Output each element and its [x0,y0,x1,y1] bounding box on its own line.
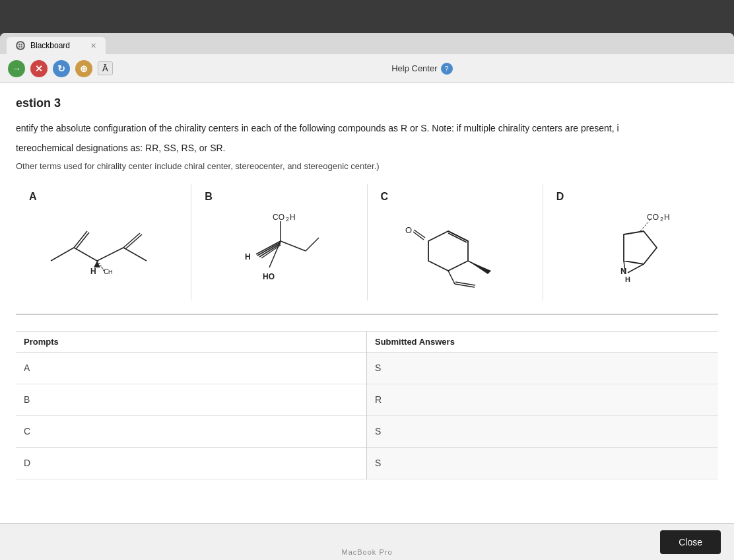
prompt-label-a: A [24,363,30,373]
svg-text:O: O [405,225,412,235]
svg-text:H: H [245,252,251,262]
back-button[interactable]: → [8,60,25,77]
molecule-d-svg: CO 2 H N H [556,208,705,294]
svg-line-28 [281,241,306,251]
molecule-a-label: A [29,191,37,203]
svg-line-10 [123,233,140,248]
molecule-b-box: B CO 2 H [191,184,367,300]
svg-text:2: 2 [286,216,289,223]
svg-line-37 [448,271,455,284]
refresh-button[interactable]: ↻ [53,60,70,77]
answer-value-c: S [375,426,381,437]
svg-text:CO: CO [647,213,659,222]
prompt-row-d: D [16,448,366,479]
svg-text:H: H [90,267,96,276]
answer-row-b: R [367,384,718,416]
svg-line-6 [74,231,87,248]
help-icon: ? [441,63,453,75]
answer-value-a: S [375,363,381,373]
tab-bar: Blackboard ✕ [0,33,734,54]
svg-line-34 [448,231,468,241]
tab-favicon [16,41,25,50]
svg-line-7 [76,232,89,249]
help-center-label: Help Center [391,63,437,73]
toolbar: → ✕ ↻ ⊕ Ā Help Center ? [0,54,734,83]
molecule-a-box: A [16,184,191,300]
answer-row-d: S [367,448,718,479]
prompt-row-b: B [16,384,366,416]
prompts-header: Prompts [16,332,366,353]
answer-row-c: S [367,416,718,448]
answers-column: Submitted Answers S R S S [367,332,718,479]
close-button[interactable]: Close [660,530,721,554]
molecule-c-box: C O [368,184,543,300]
svg-line-11 [125,234,142,249]
svg-text:HO: HO [263,272,275,281]
submitted-answers-header: Submitted Answers [367,332,718,353]
molecule-c-svg: O [381,208,529,294]
molecule-d-box: D CO 2 H N H [543,184,718,300]
content-area: estion 3 entify the absolute configurati… [0,83,734,560]
answer-row-a: S [367,353,718,384]
svg-line-8 [97,248,123,261]
svg-text:CO: CO [273,213,284,222]
tab-close-button[interactable]: ✕ [90,42,96,50]
svg-text:N: N [620,266,626,276]
svg-text:H: H [290,213,296,222]
help-center-link[interactable]: Help Center ? [391,63,452,75]
prompt-row-c: C [16,416,366,448]
tab-title: Blackboard [30,41,70,50]
svg-text:H: H [108,269,113,275]
molecule-b-label: B [205,191,213,203]
molecule-d-label: D [556,191,564,203]
prompt-label-d: D [24,458,30,468]
answer-value-b: R [375,394,382,405]
font-size-button[interactable]: Ā [98,61,113,75]
svg-line-3 [51,248,74,261]
question-designations: tereochemical designations as: RR, SS, R… [16,141,718,155]
browser-window: Blackboard ✕ → ✕ ↻ ⊕ Ā Help Center ? est… [0,33,734,560]
molecule-c-label: C [381,191,389,203]
molecules-row: A [16,184,718,315]
svg-line-35 [448,233,467,242]
svg-text:H: H [625,275,630,283]
question-instruction: entify the absolute configuration of the… [16,121,718,135]
svg-line-9 [123,248,147,261]
answer-value-d: S [375,458,381,468]
bookmark-button[interactable]: ⊕ [75,60,92,77]
answers-section: Prompts A B C D Submitted Answers S [16,331,718,479]
svg-text:H: H [664,213,670,222]
svg-line-48 [628,264,644,273]
molecule-a-svg: H C H [29,208,178,287]
browser-tab[interactable]: Blackboard ✕ [7,37,106,54]
svg-marker-33 [428,231,468,271]
macbook-label: MacBook Pro [341,548,392,556]
other-terms: Other terms used for chirality center in… [16,161,718,171]
question-number: estion 3 [16,96,718,110]
svg-marker-40 [468,261,491,274]
prompt-row-a: A [16,353,366,384]
svg-text:2: 2 [660,216,663,223]
prompts-column: Prompts A B C D [16,332,367,479]
prompt-label-c: C [24,426,30,437]
prompt-label-b: B [24,394,30,405]
address-area: Help Center ? [118,63,726,75]
svg-line-4 [74,248,97,261]
stop-button[interactable]: ✕ [30,60,48,77]
svg-line-29 [306,238,319,251]
molecule-b-svg: CO 2 H H [205,208,353,294]
